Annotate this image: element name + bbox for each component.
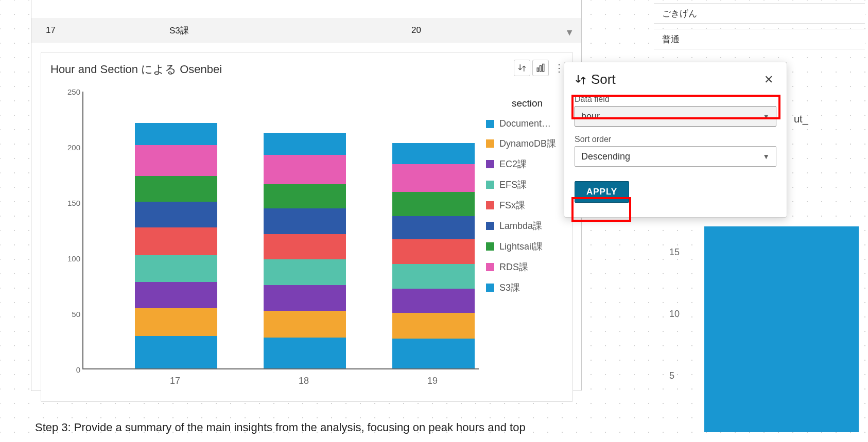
chart-title: Hour and Section による Osenbei bbox=[50, 62, 222, 77]
bar-segment bbox=[135, 308, 217, 336]
legend-label: EFS課 bbox=[499, 179, 527, 191]
legend-label: Lightsail課 bbox=[499, 240, 543, 253]
bar-segment bbox=[264, 338, 346, 368]
y-tick-label: 150 bbox=[55, 199, 80, 207]
data-table: 17 EC2課 20 17 S3課 20 ▼ bbox=[31, 0, 581, 43]
legend-item[interactable]: DynamoDB課 bbox=[486, 137, 568, 150]
y-tick-label: 10 bbox=[669, 309, 680, 320]
legend-swatch bbox=[486, 222, 494, 230]
bar-segment bbox=[264, 234, 346, 260]
legend-label: EC2課 bbox=[499, 158, 527, 170]
filter-option-label: 普通 bbox=[662, 33, 680, 45]
bar-segment bbox=[392, 143, 475, 164]
legend-item[interactable]: Document… bbox=[486, 118, 568, 129]
bar-segment bbox=[264, 259, 346, 285]
y-tick-label: 5 bbox=[669, 370, 674, 381]
bar-segment bbox=[135, 123, 217, 145]
legend-label: RDS課 bbox=[499, 261, 528, 273]
bar-segment bbox=[704, 226, 859, 432]
main-visual-card: 17 EC2課 20 17 S3課 20 ▼ Hour and Section … bbox=[31, 0, 582, 391]
legend-swatch bbox=[486, 284, 494, 292]
y-tick-label: 250 bbox=[55, 87, 80, 96]
bar-segment bbox=[135, 255, 217, 282]
legend-item[interactable]: Lightsail課 bbox=[486, 240, 568, 253]
legend-title: section bbox=[486, 98, 568, 109]
bar-segment bbox=[264, 184, 346, 209]
legend-label: Document… bbox=[499, 118, 551, 129]
filter-option[interactable]: 普通 bbox=[654, 29, 865, 49]
table-row[interactable]: 17 EC2課 20 bbox=[31, 0, 581, 2]
x-tick-label: 19 bbox=[391, 376, 474, 386]
legend-swatch bbox=[486, 181, 494, 189]
chart-legend: section Document…DynamoDB課EC2課EFS課FSx課La… bbox=[486, 98, 568, 302]
cell-count: 20 bbox=[411, 25, 514, 36]
chart-card: Hour and Section による Osenbei ⋮ 050100150… bbox=[41, 52, 573, 402]
sort-order-value: Descending bbox=[581, 151, 630, 162]
y-tick-label: 100 bbox=[55, 254, 80, 263]
svg-rect-0 bbox=[537, 68, 539, 72]
data-field-select[interactable]: hour ▼ bbox=[575, 106, 776, 127]
plot-area bbox=[82, 92, 479, 369]
legend-label: FSx課 bbox=[499, 199, 525, 211]
chart-type-button[interactable] bbox=[532, 60, 549, 76]
bar-segment bbox=[392, 289, 475, 313]
chevron-down-icon: ▼ bbox=[762, 112, 770, 120]
chevron-down-icon: ▼ bbox=[762, 152, 770, 161]
legend-item[interactable]: EC2課 bbox=[486, 158, 568, 170]
close-icon[interactable]: ✕ bbox=[761, 72, 776, 87]
y-axis: 050100150200250 bbox=[55, 92, 80, 375]
bar-segment bbox=[264, 208, 346, 234]
bar-segment bbox=[135, 176, 217, 202]
stacked-bar[interactable] bbox=[264, 133, 346, 368]
svg-rect-1 bbox=[540, 66, 542, 72]
filter-option[interactable]: ごきげん bbox=[654, 3, 865, 24]
legend-item[interactable]: FSx課 bbox=[486, 199, 568, 211]
stacked-bar[interactable] bbox=[392, 143, 475, 368]
bar-segment bbox=[392, 264, 475, 289]
chart-toolbar: ⋮ bbox=[514, 60, 566, 76]
sort-order-select[interactable]: Descending ▼ bbox=[575, 146, 776, 167]
bar-segment bbox=[392, 216, 475, 239]
svg-rect-2 bbox=[543, 64, 544, 72]
sort-order-label: Sort order bbox=[575, 135, 776, 144]
data-field-label: Data field bbox=[575, 95, 776, 104]
truncated-label: ut_ bbox=[794, 113, 808, 125]
legend-label: Lambda課 bbox=[499, 220, 542, 232]
bar-segment bbox=[135, 282, 217, 309]
step-description: Step 3: Provide a summary of the main in… bbox=[35, 421, 526, 434]
legend-swatch bbox=[486, 242, 494, 251]
secondary-chart: 15105 bbox=[669, 226, 865, 432]
x-tick-label: 18 bbox=[263, 376, 345, 386]
legend-item[interactable]: S3課 bbox=[486, 281, 568, 294]
bar-segment bbox=[264, 311, 346, 338]
legend-item[interactable]: EFS課 bbox=[486, 179, 568, 191]
bar-segment bbox=[135, 202, 217, 227]
bar-segment bbox=[135, 336, 217, 368]
legend-label: S3課 bbox=[499, 281, 520, 294]
sort-title-text: Sort bbox=[591, 72, 616, 87]
legend-item[interactable]: RDS課 bbox=[486, 261, 568, 273]
bar-segment bbox=[392, 164, 475, 192]
stacked-bar[interactable] bbox=[135, 123, 217, 368]
legend-item[interactable]: Lambda課 bbox=[486, 220, 568, 232]
cell-hour: 17 bbox=[46, 25, 169, 36]
kebab-icon: ⋮ bbox=[554, 62, 563, 74]
sort-popover: Sort ✕ Data field hour ▼ Sort order Desc… bbox=[564, 62, 787, 218]
table-row[interactable]: 17 S3課 20 bbox=[31, 18, 581, 43]
bar-segment bbox=[264, 133, 346, 155]
bar-chart-icon bbox=[536, 63, 545, 73]
legend-swatch bbox=[486, 201, 494, 209]
y-tick-label: 200 bbox=[55, 143, 80, 152]
bar-segment bbox=[392, 239, 475, 264]
cell-section: S3課 bbox=[169, 25, 411, 37]
legend-swatch bbox=[486, 139, 494, 148]
sort-button[interactable] bbox=[514, 60, 530, 76]
apply-button[interactable]: APPLY bbox=[575, 181, 629, 203]
sort-icon bbox=[517, 63, 527, 73]
y-tick-label: 15 bbox=[669, 247, 680, 258]
data-field-value: hour bbox=[581, 111, 600, 122]
x-tick-label: 17 bbox=[134, 376, 216, 386]
scroll-down-icon[interactable]: ▼ bbox=[565, 27, 574, 38]
legend-swatch bbox=[486, 120, 494, 128]
legend-swatch bbox=[486, 160, 494, 168]
